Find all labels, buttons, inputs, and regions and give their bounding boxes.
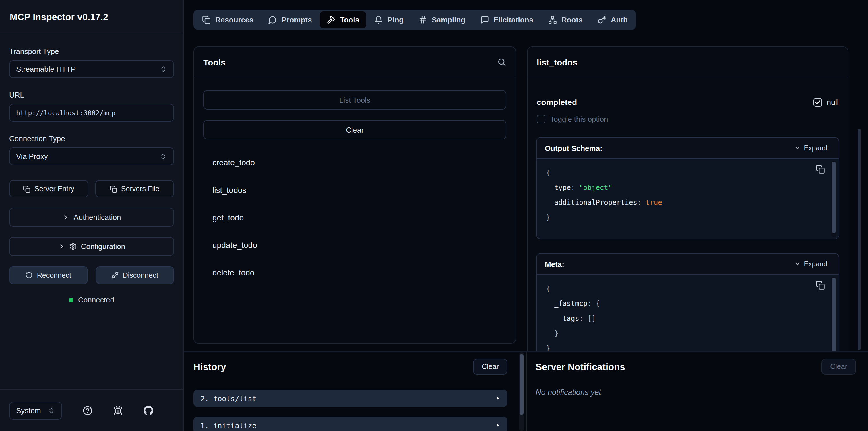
history-item[interactable]: 2. tools/list [193, 390, 507, 407]
theme-select[interactable]: System [9, 401, 62, 419]
tool-item-create_todo[interactable]: create_todo [203, 149, 506, 176]
theme-select-value: System [16, 406, 41, 414]
param-row: completed null [537, 96, 839, 109]
message-square-icon [480, 16, 489, 24]
connection-type-select[interactable]: Via Proxy [9, 148, 174, 165]
notifications-empty-text: No notifications yet [536, 388, 856, 397]
status-dot [69, 298, 73, 302]
output-schema-expand-button[interactable]: Expand [791, 144, 831, 153]
history-item-label: 1. initialize [200, 421, 257, 430]
scrollbar-thumb[interactable] [832, 162, 836, 233]
tab-label: Ping [388, 16, 404, 24]
chevrons-up-down-icon [160, 153, 167, 160]
toggle-label: Toggle this option [550, 115, 608, 123]
meta-header: Meta: Expand [537, 254, 839, 275]
copy-code-button[interactable] [816, 165, 825, 174]
app-window: MCP Inspector v0.17.2 Transport Type Str… [0, 0, 868, 431]
tab-tools[interactable]: Tools [320, 11, 366, 28]
tool-item-list_todos[interactable]: list_todos [203, 176, 506, 204]
notifications-title: Server Notifications [536, 361, 625, 372]
play-icon [495, 422, 501, 428]
param-name: completed [537, 98, 577, 107]
bug-icon[interactable] [113, 405, 123, 415]
chevron-right-icon [58, 243, 65, 250]
output-schema-header: Output Schema: Expand [537, 138, 839, 159]
transport-type-select[interactable]: Streamable HTTP [9, 60, 174, 78]
servers-file-button[interactable]: Servers File [95, 180, 174, 197]
toggle-checkbox[interactable] [537, 115, 546, 123]
history-item-label: 2. tools/list [200, 394, 257, 403]
code-line: type: "object" [546, 180, 812, 195]
tab-label: Resources [215, 16, 253, 24]
tab-label: Auth [611, 16, 628, 24]
tools-panel-header: Tools [194, 47, 516, 78]
server-entry-label: Server Entry [34, 185, 74, 193]
detail-panel-title: list_todos [537, 57, 578, 67]
tool-item-update_todo[interactable]: update_todo [203, 231, 506, 259]
history-title: History [193, 361, 226, 372]
tab-bar: ResourcesPromptsToolsPingSamplingElicita… [193, 10, 637, 30]
vertical-resize-handle[interactable] [526, 352, 527, 431]
output-schema-title: Output Schema: [545, 144, 602, 152]
clear-tools-button[interactable]: Clear [203, 120, 506, 140]
tab-auth[interactable]: Auth [591, 11, 634, 28]
code-line: } [546, 341, 812, 351]
history-scrollbar[interactable] [519, 352, 524, 431]
configuration-button[interactable]: Configuration [9, 237, 174, 256]
code-line: tags: [] [546, 311, 812, 326]
clear-notifications-button[interactable]: Clear [822, 359, 856, 375]
meta-code: {_fastmcp: {tags: []}} [537, 275, 839, 351]
code-line: _fastmcp: { [546, 296, 812, 311]
reconnect-button[interactable]: Reconnect [9, 266, 88, 284]
hash-icon [418, 16, 427, 24]
message-circle-icon [268, 16, 277, 24]
sidebar-footer: System [0, 389, 183, 431]
toggle-option-row: Toggle this option [537, 113, 839, 125]
meta-expand-button[interactable]: Expand [791, 259, 831, 269]
expand-label: Expand [804, 260, 827, 268]
play-icon [495, 395, 501, 401]
connection-type-label: Connection Type [9, 134, 174, 143]
authentication-button[interactable]: Authentication [9, 208, 174, 227]
scrollbar-thumb[interactable] [832, 278, 836, 351]
help-circle-icon[interactable] [83, 405, 92, 415]
tab-sampling[interactable]: Sampling [412, 11, 472, 28]
sidebar-header: MCP Inspector v0.17.2 [0, 0, 183, 34]
clear-history-button[interactable]: Clear [473, 359, 507, 375]
history-header: History Clear [193, 358, 507, 375]
code-scrollbar[interactable] [831, 277, 836, 351]
notifications-section: Server Notifications Clear No notificati… [536, 352, 856, 397]
tool-item-delete_todo[interactable]: delete_todo [203, 259, 506, 286]
copy-code-button[interactable] [816, 281, 825, 290]
code-line: { [546, 165, 812, 180]
search-icon[interactable] [497, 57, 506, 67]
server-entry-button[interactable]: Server Entry [9, 180, 88, 197]
tab-ping[interactable]: Ping [367, 11, 410, 28]
tool-item-get_todo[interactable]: get_todo [203, 204, 506, 231]
right-panel-scrollbar[interactable] [858, 128, 861, 350]
github-icon[interactable] [144, 405, 153, 415]
url-input[interactable] [9, 104, 174, 122]
history-section: History Clear 2. tools/list1. initialize [193, 352, 507, 431]
rotate-ccw-icon [26, 272, 33, 279]
disconnect-button[interactable]: Disconnect [96, 266, 174, 284]
list-tools-button[interactable]: List Tools [203, 90, 506, 110]
connection-actions-row: Reconnect Disconnect [9, 266, 174, 284]
tab-elicitations[interactable]: Elicitations [473, 11, 540, 28]
status-label: Connected [78, 296, 114, 304]
tab-resources[interactable]: Resources [195, 11, 260, 28]
gear-icon [69, 243, 77, 250]
tab-roots[interactable]: Roots [541, 11, 590, 28]
check-icon [815, 99, 821, 105]
files-icon [202, 16, 211, 24]
history-item[interactable]: 1. initialize [193, 417, 507, 431]
tool-detail-panel: list_todos completed null Toggle this op… [527, 47, 848, 351]
null-checkbox[interactable] [813, 98, 822, 106]
connection-status: Connected [9, 296, 174, 304]
tab-prompts[interactable]: Prompts [261, 11, 319, 28]
code-scrollbar[interactable] [831, 161, 836, 237]
copy-icon [816, 281, 825, 290]
scrollbar-thumb[interactable] [520, 354, 524, 415]
notifications-header: Server Notifications Clear [536, 358, 856, 375]
footer-icons [62, 405, 174, 415]
